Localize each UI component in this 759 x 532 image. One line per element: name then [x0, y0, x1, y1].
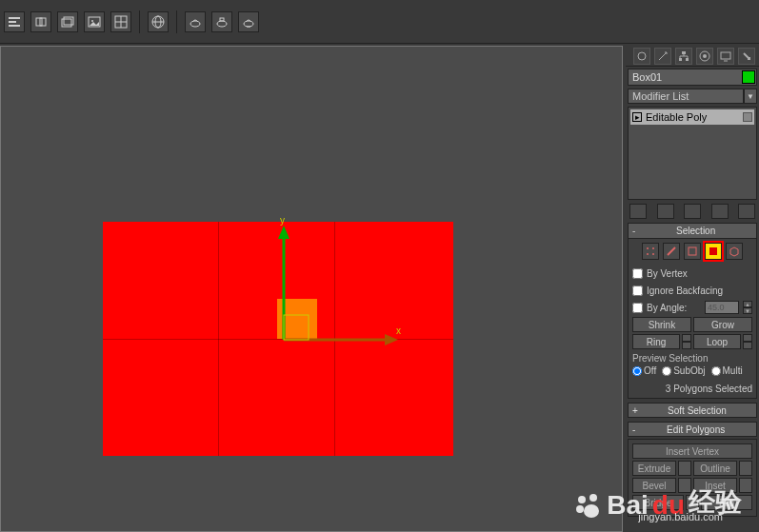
element-subobj-icon[interactable]: [726, 243, 743, 260]
display-tab-icon[interactable]: [717, 48, 734, 65]
top-toolbar: [0, 0, 759, 44]
bridge-settings-icon[interactable]: [686, 495, 699, 510]
edit-polygons-rollout-header[interactable]: - Edit Polygons: [628, 422, 757, 437]
preview-selection-label: Preview Selection: [632, 353, 752, 364]
vertex-subobj-icon[interactable]: [642, 243, 659, 260]
preview-multi-radio[interactable]: [711, 366, 721, 376]
toolbar-globe-icon[interactable]: [148, 11, 169, 32]
svg-point-39: [647, 253, 649, 255]
object-name-row: Box01: [628, 69, 757, 86]
rollout-expand-icon: +: [632, 405, 638, 416]
soft-selection-title: Soft Selection: [642, 405, 752, 416]
edit-polygons-title: Edit Polygons: [639, 424, 752, 435]
toolbar-link-icon[interactable]: [30, 11, 51, 32]
inset-button[interactable]: Inset: [693, 478, 737, 493]
toolbar-divider: [176, 10, 177, 33]
svg-line-41: [668, 247, 675, 255]
svg-point-34: [703, 54, 707, 58]
svg-rect-26: [682, 51, 686, 54]
utilities-tab-icon[interactable]: [738, 48, 755, 65]
motion-tab-icon[interactable]: [696, 48, 713, 65]
bevel-button[interactable]: Bevel: [632, 478, 676, 493]
toolbar-layer-icon[interactable]: [57, 11, 78, 32]
svg-point-38: [652, 247, 654, 249]
inset-settings-icon[interactable]: [739, 478, 752, 493]
modifier-list-chevron-icon[interactable]: ▼: [744, 89, 757, 104]
preview-off-label: Off: [644, 365, 656, 376]
selection-rollout-title: Selection: [639, 226, 752, 236]
command-panel-tabs: [626, 46, 759, 67]
soft-selection-rollout-header[interactable]: + Soft Selection: [628, 403, 757, 418]
bridge-button[interactable]: Bridge: [632, 495, 684, 510]
extrude-button[interactable]: Extrude: [632, 461, 676, 476]
by-angle-spinner[interactable]: ▲▼: [743, 301, 752, 314]
svg-point-18: [244, 21, 253, 27]
by-angle-checkbox[interactable]: [632, 303, 643, 313]
preview-subobj-radio[interactable]: [662, 366, 671, 376]
svg-point-16: [217, 21, 227, 27]
extrude-settings-icon[interactable]: [678, 461, 691, 476]
selected-polygon-highlight: [277, 299, 317, 339]
edge-subobj-icon[interactable]: [663, 243, 680, 260]
pin-stack-icon[interactable]: [629, 204, 647, 219]
hierarchy-tab-icon[interactable]: [675, 48, 692, 65]
stack-toggle-icon[interactable]: [743, 112, 752, 122]
toolbar-teapot3-icon[interactable]: [238, 11, 259, 32]
subobject-buttons: [632, 243, 752, 260]
bevel-settings-icon[interactable]: [678, 478, 691, 493]
preview-selection-radios: Off SubObj Multi: [632, 365, 752, 376]
ring-spinner[interactable]: [682, 334, 691, 349]
make-unique-icon[interactable]: [684, 204, 701, 219]
by-angle-value[interactable]: 45.0: [705, 301, 739, 314]
selected-object-plane[interactable]: [103, 222, 453, 456]
svg-rect-0: [9, 17, 20, 19]
svg-rect-4: [40, 18, 46, 26]
shrink-button[interactable]: Shrink: [632, 317, 691, 332]
object-color-swatch[interactable]: [742, 70, 755, 84]
stack-item-editable-poly[interactable]: ▸ Editable Poly: [630, 109, 754, 125]
toolbar-teapot2-icon[interactable]: [211, 11, 232, 32]
toolbar-teapot1-icon[interactable]: [185, 11, 206, 32]
insert-vertex-button[interactable]: Insert Vertex: [632, 443, 752, 459]
grow-button[interactable]: Grow: [693, 317, 752, 332]
by-vertex-checkbox[interactable]: [632, 268, 643, 279]
toolbar-image-icon[interactable]: [84, 11, 105, 32]
modify-tab-icon[interactable]: [654, 48, 671, 65]
toolbar-grid-icon[interactable]: [110, 11, 131, 32]
outline-button[interactable]: Outline: [693, 461, 737, 476]
polygon-subobj-icon[interactable]: [705, 243, 722, 260]
rollout-collapse-icon: -: [632, 226, 635, 236]
ring-button[interactable]: Ring: [632, 334, 680, 349]
object-name-field[interactable]: Box01: [629, 71, 741, 83]
svg-rect-28: [686, 58, 689, 61]
rollout-collapse-icon: -: [632, 424, 635, 435]
loop-button[interactable]: Loop: [693, 334, 741, 349]
svg-rect-27: [679, 58, 682, 61]
svg-point-15: [190, 21, 200, 27]
create-tab-icon[interactable]: [633, 48, 650, 65]
svg-rect-43: [709, 247, 717, 255]
svg-point-25: [638, 52, 646, 60]
modifier-stack[interactable]: ▸ Editable Poly: [628, 107, 757, 200]
loop-spinner[interactable]: [743, 334, 752, 349]
selection-rollout-header[interactable]: - Selection: [629, 224, 756, 239]
border-subobj-icon[interactable]: [684, 243, 701, 260]
remove-modifier-icon[interactable]: [711, 204, 729, 219]
stack-item-label: Editable Poly: [646, 111, 707, 123]
stack-expand-icon[interactable]: ▸: [632, 112, 642, 122]
modifier-list-row: Modifier List ▼: [628, 88, 757, 105]
svg-point-8: [91, 20, 93, 22]
outline-settings-icon[interactable]: [739, 461, 752, 476]
configure-sets-icon[interactable]: [738, 204, 755, 219]
flip-button[interactable]: Flip: [701, 495, 752, 510]
viewport[interactable]: y x: [0, 46, 623, 532]
ignore-backfacing-checkbox[interactable]: [632, 286, 643, 296]
show-end-result-icon[interactable]: [657, 204, 674, 219]
toolbar-align-icon[interactable]: [4, 11, 25, 32]
edit-polygons-body: Insert Vertex Extrude Outline Bevel Inse…: [628, 439, 757, 517]
svg-point-37: [647, 247, 649, 249]
modifier-list-dropdown[interactable]: Modifier List: [628, 89, 744, 104]
svg-rect-1: [9, 21, 16, 23]
preview-off-radio[interactable]: [632, 366, 642, 376]
preview-multi-label: Multi: [723, 365, 743, 376]
